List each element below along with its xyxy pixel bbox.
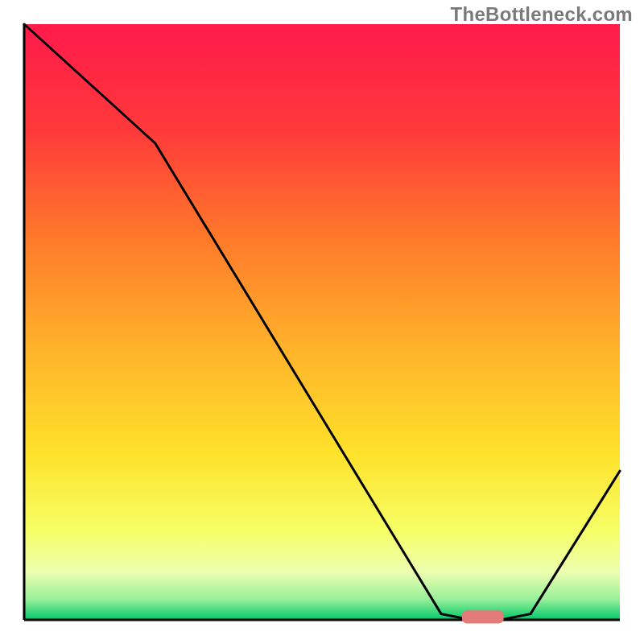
optimal-marker — [462, 610, 504, 623]
chart-container: TheBottleneck.com — [0, 0, 644, 644]
watermark-text: TheBottleneck.com — [451, 3, 633, 26]
plot-background — [24, 24, 620, 620]
bottleneck-chart — [0, 0, 644, 644]
